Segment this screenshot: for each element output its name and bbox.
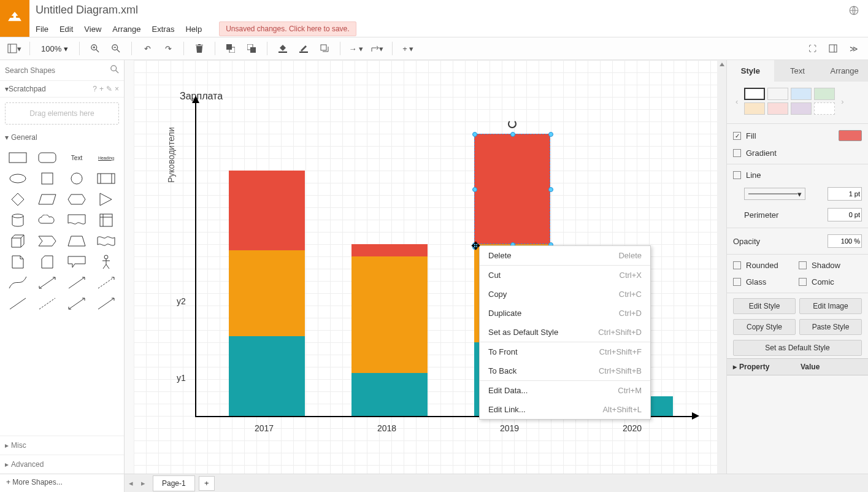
shape-circle[interactable] [64,170,90,187]
swatch-prev-icon[interactable]: ‹ [733,97,740,106]
ctx-item[interactable]: To FrontCtrl+Shift+F [480,342,650,361]
swatch[interactable] [791,102,812,115]
line-style-select[interactable]: ▾ [744,188,805,200]
ctx-item[interactable]: DuplicateCtrl+D [480,304,650,323]
ctx-item[interactable]: Edit Data...Ctrl+M [480,381,650,400]
undo-icon[interactable]: ↶ [138,40,156,57]
line-color-icon[interactable] [294,40,313,57]
shape-ellipse[interactable] [5,170,31,187]
swatch[interactable] [791,88,812,100]
shape-line[interactable] [5,295,31,312]
shape-card[interactable] [34,253,60,271]
shape-tape[interactable] [93,233,119,250]
shape-cloud[interactable] [34,212,60,229]
shape-diamond[interactable] [5,191,31,208]
fill-checkbox[interactable] [733,132,741,140]
shape-text[interactable]: Text [64,149,90,166]
resize-handle[interactable] [548,132,553,137]
swatch-next-icon[interactable]: › [839,97,846,106]
swatch[interactable] [767,102,788,115]
copy-style-button[interactable]: Copy Style [733,319,796,335]
page-tab[interactable]: Page-1 [153,475,195,491]
opacity-input[interactable] [828,234,862,248]
vertical-scrollbar[interactable] [717,60,726,474]
rounded-checkbox[interactable] [733,261,741,269]
collapse-icon[interactable]: ≫ [845,40,863,57]
expand-props-icon[interactable]: ▸ [733,363,737,371]
shape-curve[interactable] [5,274,31,291]
help-icon[interactable]: ? [93,85,97,93]
edit-image-button[interactable]: Edit Image [799,298,862,314]
page-prev-icon[interactable]: ◂ [125,479,137,488]
edit-style-button[interactable]: Edit Style [733,298,796,314]
comic-checkbox[interactable] [799,278,807,286]
advanced-section[interactable]: ▸ Advanced [0,455,124,474]
ctx-item[interactable]: Set as Default StyleCtrl+Shift+D [480,323,650,342]
search-input[interactable] [5,66,110,75]
close-icon[interactable]: × [115,85,119,93]
ctx-item[interactable]: CopyCtrl+C [480,285,650,304]
ctx-item[interactable]: CutCtrl+X [480,266,650,285]
resize-handle[interactable] [472,187,477,192]
shape-dashed-arrow[interactable] [93,274,119,291]
resize-handle[interactable] [472,245,477,250]
general-label[interactable]: General [11,133,37,142]
bar-segment[interactable] [351,244,428,256]
resize-handle[interactable] [548,187,553,192]
view-options-button[interactable]: ▾ [5,40,23,57]
swatch[interactable] [814,88,835,100]
language-icon[interactable] [848,5,859,18]
shape-cylinder[interactable] [5,212,31,229]
gradient-checkbox[interactable] [733,149,741,157]
zoom-out-icon[interactable] [107,40,125,57]
line-checkbox[interactable] [733,171,741,179]
swatch[interactable] [767,88,788,100]
delete-icon[interactable] [190,40,209,57]
document-title[interactable]: Untitled Diagram.xml [36,4,356,17]
fill-swatch[interactable] [839,130,862,141]
bar-segment[interactable] [229,250,305,336]
shape-rect[interactable] [5,149,31,166]
tab-text[interactable]: Text [774,60,821,82]
connection-icon[interactable]: → ▾ [347,40,365,57]
swatch[interactable] [814,102,835,115]
shape-note[interactable] [5,253,31,271]
shape-actor[interactable] [93,253,119,271]
menu-extras[interactable]: Extras [152,25,175,34]
more-shapes-button[interactable]: + More Shapes... [0,474,125,492]
format-panel-icon[interactable] [824,40,842,57]
canvas[interactable]: Зарплата Руководители y1y220172018201920… [125,60,726,474]
shape-rounded-rect[interactable] [34,149,60,166]
menu-edit[interactable]: Edit [60,25,73,34]
scratchpad-drop[interactable]: Drag elements here [5,102,119,125]
bar-segment[interactable] [351,256,428,373]
set-default-style-button[interactable]: Set as Default Style [733,340,862,356]
shape-internal-storage[interactable] [93,212,119,229]
zoom-in-icon[interactable] [86,40,104,57]
bar-segment[interactable] [229,171,305,250]
menu-view[interactable]: View [84,25,101,34]
fill-color-icon[interactable] [274,40,292,57]
misc-section[interactable]: ▸ Misc [0,436,124,455]
edit-icon[interactable]: ✎ [106,85,112,93]
shape-heading[interactable]: Heading [93,149,119,166]
ctx-item[interactable]: DeleteDelete [480,246,650,265]
shape-bidir-thin[interactable] [64,295,90,312]
shape-triangle[interactable] [93,191,119,208]
selection-box[interactable] [474,134,550,244]
swatch[interactable] [744,102,765,115]
shape-document[interactable] [64,212,90,229]
paste-style-button[interactable]: Paste Style [799,319,862,335]
swatch[interactable] [744,88,765,100]
waypoint-icon[interactable]: ▾ [367,40,386,57]
perimeter-input[interactable] [828,208,862,221]
zoom-select[interactable]: 100% ▾ [36,44,73,53]
search-icon[interactable] [110,65,119,75]
to-front-icon[interactable] [221,40,240,57]
ctx-item[interactable]: Edit Link...Alt+Shift+L [480,400,650,419]
shape-cube[interactable] [5,233,31,250]
shape-square[interactable] [34,170,60,187]
add-page-button[interactable]: + [199,476,215,491]
bar-segment[interactable] [229,336,305,416]
menu-file[interactable]: File [36,25,48,34]
